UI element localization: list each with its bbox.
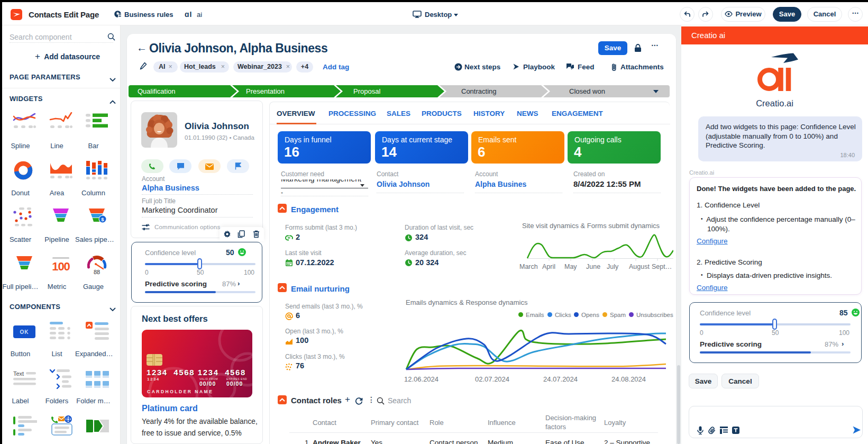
svg-text:88: 88 (94, 269, 100, 275)
svg-text:OK: OK (20, 329, 29, 335)
svg-text:100: 100 (52, 260, 70, 273)
svg-text:$: $ (101, 216, 104, 222)
svg-text:Text: Text (13, 370, 24, 377)
